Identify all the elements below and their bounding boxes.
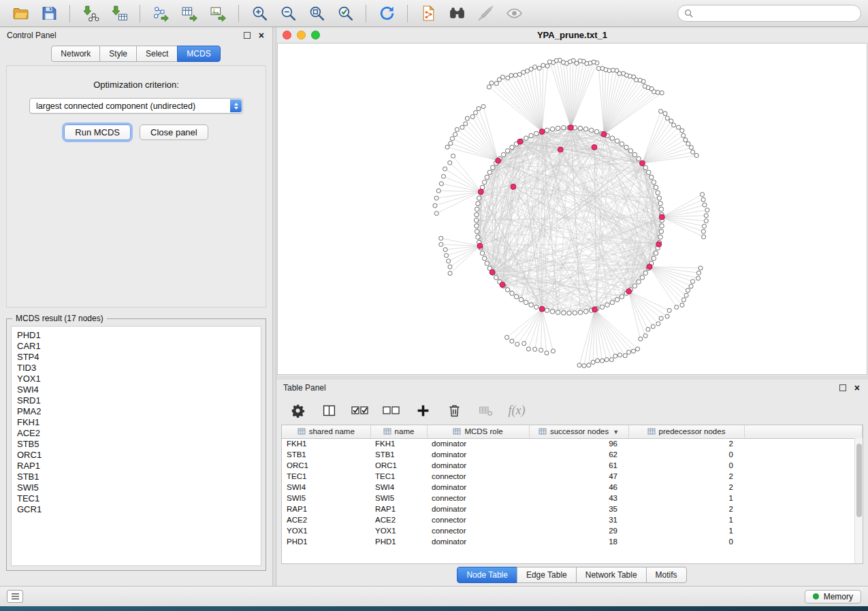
add-column-button[interactable] [414, 401, 432, 419]
show-column-panel-button[interactable] [320, 401, 338, 419]
mcds-result-item[interactable]: ORC1 [14, 450, 259, 461]
table-row[interactable]: TEC1TEC1connector472 [282, 471, 863, 482]
deselect-all-rows-button[interactable] [383, 401, 400, 419]
find-first-neighbors-button[interactable] [443, 3, 470, 24]
run-mcds-button[interactable]: Run MCDS [64, 125, 131, 140]
table-row[interactable]: STB1STB1dominator620 [282, 449, 863, 460]
zoom-selected-button[interactable] [332, 3, 359, 24]
table-scrollbar[interactable] [854, 438, 863, 563]
share-document-button[interactable] [415, 3, 442, 24]
sort-arrow-icon: ▼ [613, 429, 619, 435]
open-session-button[interactable] [7, 3, 34, 24]
mcds-result-item[interactable]: PHD1 [14, 330, 259, 341]
tab-network[interactable]: Network [51, 46, 100, 62]
zoom-out-icon [280, 5, 297, 22]
column-header-MCDS-role[interactable]: MCDS role [427, 425, 529, 438]
column-type-icon [647, 427, 656, 435]
table-row[interactable]: YOX1YOX1connector291 [282, 525, 863, 536]
table-row[interactable]: ORC1ORC1dominator610 [282, 460, 863, 471]
zoom-out-button[interactable] [274, 3, 302, 24]
mcds-result-item[interactable]: YOX1 [14, 374, 259, 384]
export-network-button[interactable] [147, 3, 174, 24]
mcds-result-item[interactable]: ACE2 [14, 428, 259, 439]
zoom-in-button[interactable] [246, 3, 273, 24]
table-row[interactable]: SWI4SWI4dominator462 [282, 482, 863, 493]
cell-predecessor_nodes: 2 [628, 482, 744, 493]
tab-motifs[interactable]: Motifs [646, 567, 687, 583]
table-row[interactable]: SWI5SWI5connector431 [282, 493, 863, 503]
cell-successor_nodes: 43 [529, 493, 628, 503]
cell-filler [744, 493, 863, 503]
tab-network-table[interactable]: Network Table [576, 567, 647, 583]
mcds-result-item[interactable]: SWI4 [14, 384, 259, 395]
cell-mcds_role: dominator [427, 460, 529, 471]
network-search-box[interactable] [677, 5, 861, 22]
mcds-result-item[interactable]: STB5 [14, 439, 259, 450]
hide-selected-button[interactable] [472, 3, 499, 24]
save-session-button[interactable] [35, 3, 63, 24]
table-row[interactable]: RAP1RAP1dominator352 [282, 503, 863, 514]
network-canvas[interactable] [277, 43, 867, 375]
column-header-name[interactable]: name [370, 425, 427, 438]
mcds-result-item[interactable]: SRD1 [14, 395, 259, 406]
mcds-result-item[interactable]: SWI5 [14, 482, 259, 493]
show-all-button[interactable] [500, 3, 528, 24]
mcds-result-item[interactable]: RAP1 [14, 461, 259, 472]
close-table-panel-button[interactable]: × [853, 383, 861, 393]
mcds-result-item[interactable]: FKH1 [14, 417, 259, 428]
column-header-shared-name[interactable]: shared name [282, 425, 370, 438]
close-mcds-panel-button[interactable]: Close panel [140, 125, 208, 140]
table-scrollbar-thumb[interactable] [856, 444, 862, 517]
refresh-view-button[interactable] [373, 3, 400, 24]
control-panel-titlebar: Control Panel × [0, 27, 272, 44]
cell-filler [744, 536, 863, 547]
search-input[interactable] [697, 8, 854, 19]
float-panel-button[interactable] [244, 32, 251, 39]
fx-icon: f(x) [509, 403, 526, 418]
tab-mcds[interactable]: MCDS [177, 46, 220, 62]
tab-select[interactable]: Select [136, 46, 178, 62]
mcds-result-item[interactable]: GCR1 [14, 504, 259, 515]
close-window-button[interactable] [283, 31, 291, 39]
export-table-button[interactable] [176, 3, 203, 24]
cell-predecessor_nodes: 1 [628, 493, 744, 503]
status-menu-button[interactable] [7, 590, 23, 603]
node-table: shared namenameMCDS rolesuccessor nodes▼… [282, 425, 863, 547]
table-row[interactable]: ACE2ACE2connector311 [282, 514, 863, 525]
cell-shared_name: ACE2 [282, 514, 370, 525]
mcds-result-item[interactable]: CAR1 [14, 341, 259, 352]
cell-predecessor_nodes: 0 [628, 449, 744, 460]
zoom-fit-button[interactable] [303, 3, 330, 24]
deselect-all-icon [383, 403, 400, 418]
export-image-button[interactable] [204, 3, 231, 24]
mcds-result-item[interactable]: TID3 [14, 363, 259, 374]
import-network-from-file-button[interactable] [77, 3, 104, 24]
table-row[interactable]: PHD1PHD1dominator180 [282, 536, 863, 547]
mcds-result-item[interactable]: TEC1 [14, 493, 259, 504]
column-header-predecessor-nodes[interactable]: predecessor nodes [628, 425, 744, 438]
table-row[interactable]: FKH1FKH1dominator962 [282, 438, 863, 449]
import-table-from-file-button[interactable] [106, 3, 133, 24]
delete-column-button[interactable] [445, 401, 463, 419]
maximize-window-button[interactable] [311, 31, 320, 39]
function-builder-button[interactable]: f(x) [508, 401, 526, 419]
tab-style[interactable]: Style [99, 46, 137, 62]
mcds-result-list[interactable]: PHD1CAR1STP4TID3YOX1SWI4SRD1PMA2FKH1ACE2… [11, 326, 261, 566]
close-panel-button[interactable]: × [257, 31, 266, 40]
mcds-result-item[interactable]: PMA2 [14, 406, 259, 417]
float-table-panel-button[interactable] [839, 384, 846, 391]
table-settings-button[interactable] [289, 401, 306, 419]
tab-node-table[interactable]: Node Table [457, 567, 517, 583]
cell-mcds_role: connector [427, 471, 529, 482]
select-all-rows-button[interactable] [351, 401, 369, 419]
mcds-result-item[interactable]: STP4 [14, 352, 259, 363]
optimization-criterion-select[interactable]: largest connected component (undirected) [29, 98, 243, 114]
mcds-result-item[interactable]: STB1 [14, 472, 259, 482]
tab-edge-table[interactable]: Edge Table [517, 567, 577, 583]
memory-button[interactable]: Memory [805, 590, 861, 604]
column-header-successor-nodes[interactable]: successor nodes▼ [529, 425, 628, 438]
cell-name: PHD1 [370, 536, 427, 547]
minimize-window-button[interactable] [297, 31, 306, 39]
delete-table-button[interactable] [477, 401, 494, 419]
column-type-icon [383, 427, 391, 435]
